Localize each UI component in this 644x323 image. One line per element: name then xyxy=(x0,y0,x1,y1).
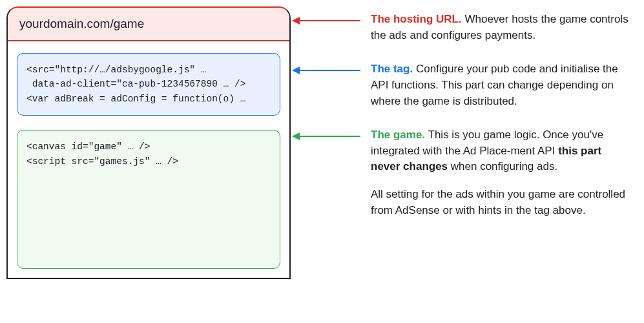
game-desc-2: All setting for the ads within you game … xyxy=(371,187,633,218)
annotations-column: The hosting URL. Whoever hosts the game … xyxy=(291,6,638,236)
tag-code-text: <src="http://…/adsbygoogle.js" … data-ad… xyxy=(26,65,245,104)
game-desc-1c: when configuring ads. xyxy=(448,160,557,172)
annotation-game: The game. This is you game logic. Once y… xyxy=(291,127,638,218)
hosting-url-bar: yourdomain.com/game xyxy=(8,8,289,41)
hosting-url-text: yourdomain.com/game xyxy=(19,17,144,30)
annotation-tag: The tag. Configure your pub code and ini… xyxy=(291,61,638,109)
svg-marker-5 xyxy=(292,132,300,140)
hosting-label: The hosting URL. xyxy=(371,13,462,25)
game-code-box: <canvas id="game" … /> <script src="game… xyxy=(17,130,280,269)
arrow-left-icon xyxy=(291,16,362,26)
game-code-text: <canvas id="game" … /> <script src="game… xyxy=(26,141,178,166)
annotation-hosting: The hosting URL. Whoever hosts the game … xyxy=(291,12,638,43)
tag-label: The tag. xyxy=(371,63,413,75)
annotation-tag-text: The tag. Configure your pub code and ini… xyxy=(362,61,633,109)
game-label: The game. xyxy=(371,129,425,141)
annotation-hosting-text: The hosting URL. Whoever hosts the game … xyxy=(362,12,633,43)
panel-body: <src="http://…/adsbygoogle.js" … data-ad… xyxy=(8,41,289,278)
diagram-container: yourdomain.com/game <src="http://…/adsby… xyxy=(6,6,638,279)
tag-code-box: <src="http://…/adsbygoogle.js" … data-ad… xyxy=(17,53,280,116)
svg-marker-1 xyxy=(292,17,300,25)
code-panel: yourdomain.com/game <src="http://…/adsby… xyxy=(6,6,291,279)
svg-marker-3 xyxy=(292,67,300,74)
arrow-left-icon xyxy=(291,131,362,141)
arrow-left-icon xyxy=(291,65,362,76)
annotation-game-text: The game. This is you game logic. Once y… xyxy=(362,127,633,218)
